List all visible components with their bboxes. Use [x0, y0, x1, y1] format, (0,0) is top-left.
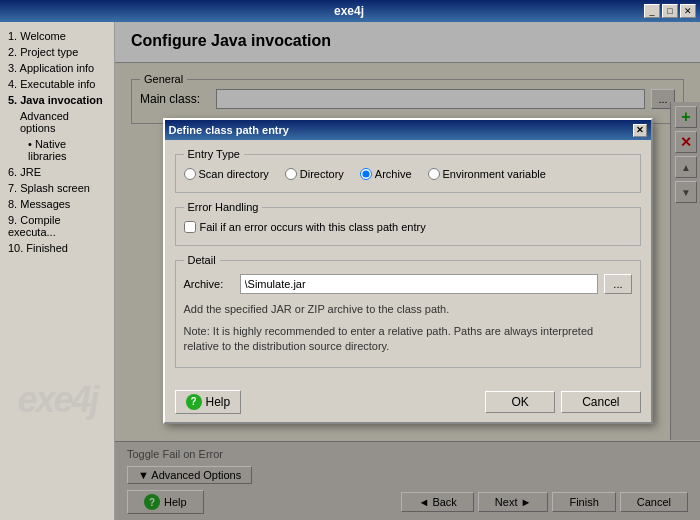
sidebar-item-welcome[interactable]: 1. Welcome [4, 28, 110, 44]
option-scan-directory[interactable]: Scan directory [184, 168, 269, 180]
window-controls: _ □ ✕ [644, 4, 696, 18]
sidebar-item-app-info[interactable]: 3. Application info [4, 60, 110, 76]
archive-label: Archive: [184, 278, 234, 290]
sidebar-item-messages[interactable]: 8. Messages [4, 196, 110, 212]
content-area: Configure Java invocation General Main c… [115, 22, 700, 520]
detail-legend: Detail [184, 254, 220, 266]
entry-type-legend: Entry Type [184, 148, 244, 160]
modal-close-button[interactable]: ✕ [633, 124, 647, 137]
error-handling-section: Error Handling Fail if an error occurs w… [175, 201, 641, 246]
window-title: exe4j [54, 4, 644, 18]
modal-action-buttons: OK Cancel [485, 391, 640, 413]
modal-help-button[interactable]: ? Help [175, 390, 242, 414]
archive-row: Archive: ... [184, 270, 632, 298]
modal-content: Entry Type Scan directory Directory [165, 140, 651, 383]
scan-directory-radio[interactable] [184, 168, 196, 180]
close-button[interactable]: ✕ [680, 4, 696, 18]
sidebar-item-splash[interactable]: 7. Splash screen [4, 180, 110, 196]
modal-dialog: Define class path entry ✕ Entry Type Sca… [163, 118, 653, 423]
modal-ok-button[interactable]: OK [485, 391, 555, 413]
archive-input[interactable] [240, 274, 599, 294]
sidebar-logo: exe4j [17, 379, 97, 421]
entry-type-section: Entry Type Scan directory Directory [175, 148, 641, 193]
option-archive[interactable]: Archive [360, 168, 412, 180]
modal-title-bar: Define class path entry ✕ [165, 120, 651, 140]
sidebar-item-native-libs[interactable]: • Native libraries [4, 136, 110, 164]
minimize-button[interactable]: _ [644, 4, 660, 18]
error-handling-row: Fail if an error occurs with this class … [184, 217, 632, 237]
sidebar: 1. Welcome 2. Project type 3. Applicatio… [0, 22, 115, 520]
entry-type-options: Scan directory Directory Archive [184, 164, 632, 184]
option-directory[interactable]: Directory [285, 168, 344, 180]
help-text-1: Add the specified JAR or ZIP archive to … [184, 302, 632, 317]
modal-overlay: Define class path entry ✕ Entry Type Sca… [115, 22, 700, 520]
directory-radio[interactable] [285, 168, 297, 180]
modal-title: Define class path entry [169, 124, 289, 136]
sidebar-item-exe-info[interactable]: 4. Executable info [4, 76, 110, 92]
error-handling-legend: Error Handling [184, 201, 263, 213]
fail-on-error-checkbox[interactable] [184, 221, 196, 233]
sidebar-item-project-type[interactable]: 2. Project type [4, 44, 110, 60]
modal-help-icon: ? [186, 394, 202, 410]
option-env-variable[interactable]: Environment variable [428, 168, 546, 180]
sidebar-logo-container: exe4j [0, 360, 115, 440]
sidebar-item-finished[interactable]: 10. Finished [4, 240, 110, 256]
sidebar-item-compile[interactable]: 9. Compile executa... [4, 212, 110, 240]
fail-on-error-label: Fail if an error occurs with this class … [200, 221, 426, 233]
archive-radio[interactable] [360, 168, 372, 180]
env-variable-radio[interactable] [428, 168, 440, 180]
modal-footer: ? Help OK Cancel [165, 384, 651, 422]
archive-browse-button[interactable]: ... [604, 274, 631, 294]
sidebar-item-advanced-options[interactable]: Advanced options [4, 108, 110, 136]
maximize-button[interactable]: □ [662, 4, 678, 18]
sidebar-item-jre[interactable]: 6. JRE [4, 164, 110, 180]
title-bar: exe4j _ □ ✕ [0, 0, 700, 22]
modal-cancel-button[interactable]: Cancel [561, 391, 640, 413]
main-container: 1. Welcome 2. Project type 3. Applicatio… [0, 22, 700, 520]
detail-section: Detail Archive: ... Add the specified JA… [175, 254, 641, 367]
help-text-2: Note: It is highly recommended to enter … [184, 324, 632, 355]
sidebar-item-java-invocation[interactable]: 5. Java invocation [4, 92, 110, 108]
